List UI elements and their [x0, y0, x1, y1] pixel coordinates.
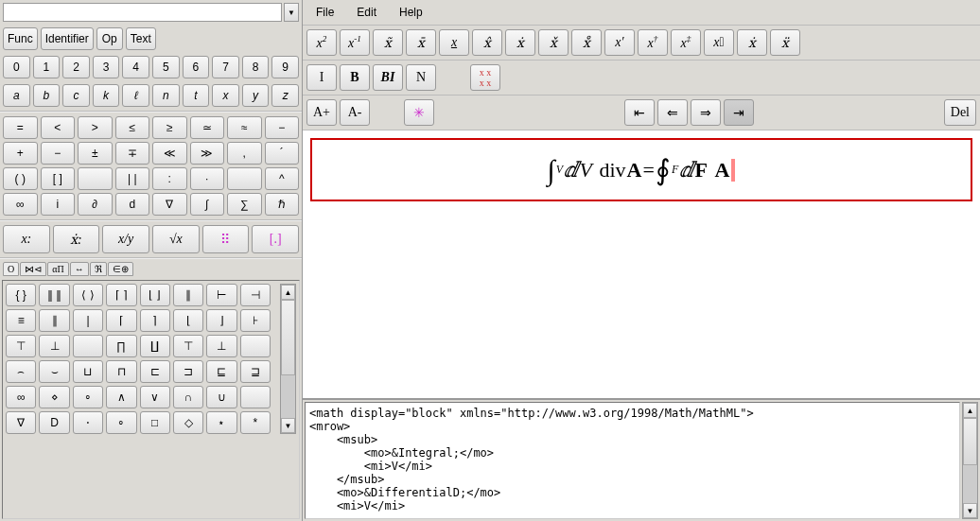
letter-l[interactable]: ℓ: [122, 84, 149, 107]
tab-func[interactable]: Func: [3, 27, 38, 50]
nav-last-icon[interactable]: ⇥: [724, 99, 754, 126]
sym-ceil[interactable]: ⌈ ⌉: [106, 284, 136, 306]
op-lt[interactable]: <: [41, 116, 76, 139]
op-hbar[interactable]: ℏ: [265, 193, 300, 216]
symtab-5[interactable]: ∈⊕: [108, 262, 133, 276]
sym-angle[interactable]: ⟨ ⟩: [73, 284, 103, 306]
op-partial[interactable]: ∂: [78, 193, 113, 216]
op-eq[interactable]: =: [3, 116, 38, 139]
scroll-thumb[interactable]: [281, 300, 295, 375]
sp-xdotcolon[interactable]: ẋ:: [53, 225, 100, 253]
sym4-0[interactable]: ⌢: [6, 360, 36, 383]
source-text[interactable]: <math display="block" xmlns="http://www.…: [305, 402, 960, 519]
scroll-down-icon[interactable]: ▼: [281, 418, 295, 433]
decor-xring[interactable]: x̊: [571, 29, 602, 56]
symtab-o[interactable]: O: [3, 262, 19, 276]
op-prime[interactable]: ´: [265, 142, 300, 165]
op-mp[interactable]: ∓: [115, 142, 150, 165]
sym5-3[interactable]: ∧: [106, 386, 136, 408]
sp-xcolon[interactable]: x:: [3, 225, 50, 253]
sym6-5[interactable]: ◇: [173, 411, 203, 434]
digit-9[interactable]: 9: [271, 56, 299, 78]
sym4-1[interactable]: ⌣: [39, 360, 69, 383]
source-scroll-thumb[interactable]: [963, 418, 977, 465]
sp-brsq[interactable]: [.]: [252, 225, 299, 253]
sym5-0[interactable]: ∞: [6, 386, 36, 408]
crosshair-icon[interactable]: ✳: [404, 99, 434, 126]
digit-4[interactable]: 4: [122, 56, 149, 78]
sp-matrix[interactable]: ⠿: [202, 225, 250, 253]
style-italic[interactable]: I: [306, 64, 337, 91]
sym3-3[interactable]: ∏: [106, 335, 136, 357]
op-paren[interactable]: ( ): [3, 167, 38, 190]
sym5-6[interactable]: ∪: [206, 386, 236, 408]
sym3-7[interactable]: [240, 335, 271, 357]
op-bracket[interactable]: [ ]: [41, 167, 76, 190]
source-scroll-down-icon[interactable]: ▼: [963, 503, 977, 518]
font-smaller[interactable]: A-: [340, 99, 370, 126]
op-int[interactable]: ∫: [190, 193, 225, 216]
sym6-4[interactable]: □: [140, 411, 170, 434]
sym-dashv[interactable]: ⊣: [240, 284, 271, 306]
sym5-1[interactable]: ⋄: [39, 386, 69, 408]
tab-identifier[interactable]: Identifier: [41, 27, 94, 50]
sym-braces[interactable]: { }: [6, 284, 36, 306]
source-scroll-up-icon[interactable]: ▲: [963, 403, 977, 418]
op-comma[interactable]: ,: [227, 142, 262, 165]
letter-z[interactable]: z: [271, 84, 299, 107]
decor-xddot[interactable]: ẍ: [770, 29, 800, 56]
sym6-7[interactable]: *: [240, 411, 271, 434]
sym2-7[interactable]: ⊦: [240, 309, 271, 332]
decor-xinv[interactable]: x-1: [340, 29, 370, 56]
op-empty1[interactable]: [78, 167, 113, 190]
sym5-7[interactable]: [240, 386, 271, 408]
sym5-4[interactable]: ∨: [140, 386, 170, 408]
equation-editor[interactable]: ∫V ⅆV divA = ∮F ⅆF A: [303, 130, 980, 398]
digit-3[interactable]: 3: [93, 56, 120, 78]
nav-prev-icon[interactable]: ⇐: [657, 99, 688, 126]
sym2-6[interactable]: ⌋: [206, 309, 236, 332]
op-abs[interactable]: | |: [115, 167, 150, 190]
sym2-2[interactable]: |: [73, 309, 103, 332]
style-bold[interactable]: B: [340, 64, 370, 91]
sp-sqrt[interactable]: √x: [152, 225, 200, 253]
op-minus2[interactable]: −: [41, 142, 76, 165]
sym-floor[interactable]: ⌊ ⌋: [140, 284, 170, 306]
decor-xdagger[interactable]: x†: [638, 29, 668, 56]
sym4-7[interactable]: ⊒: [240, 360, 271, 383]
sym6-6[interactable]: ⋆: [206, 411, 236, 434]
op-infty[interactable]: ∞: [3, 193, 38, 216]
menu-help[interactable]: Help: [394, 4, 429, 21]
sym3-6[interactable]: ⊥: [206, 335, 236, 357]
letter-t[interactable]: t: [183, 84, 210, 107]
source-scrollbar[interactable]: ▲ ▼: [962, 402, 978, 519]
digit-8[interactable]: 8: [242, 56, 270, 78]
decor-xdot2[interactable]: ẋ: [737, 29, 767, 56]
sym2-0[interactable]: ≡: [6, 309, 36, 332]
op-ll[interactable]: ≪: [152, 142, 187, 165]
sym5-2[interactable]: ∘: [73, 386, 103, 408]
sym4-3[interactable]: ⊓: [106, 360, 136, 383]
style-normal[interactable]: N: [406, 64, 436, 91]
decor-xsq[interactable]: x2: [306, 29, 337, 56]
sym2-5[interactable]: ⌊: [173, 309, 203, 332]
letter-a[interactable]: a: [3, 84, 30, 107]
op-le[interactable]: ≤: [115, 116, 150, 139]
menu-file[interactable]: File: [310, 4, 340, 21]
sym6-0[interactable]: ∇: [6, 411, 36, 434]
op-caret[interactable]: ^: [265, 167, 300, 190]
sym2-3[interactable]: ⌈: [106, 309, 136, 332]
letter-k[interactable]: k: [93, 84, 120, 107]
decor-xcheck[interactable]: x̌: [538, 29, 569, 56]
digit-7[interactable]: 7: [212, 56, 239, 78]
op-dot[interactable]: ·: [190, 167, 225, 190]
op-d[interactable]: d: [115, 193, 150, 216]
letter-c[interactable]: c: [62, 84, 90, 107]
decor-xddagger[interactable]: x‡: [671, 29, 701, 56]
letter-n[interactable]: n: [152, 84, 180, 107]
sym4-2[interactable]: ⊔: [73, 360, 103, 383]
op-colon[interactable]: :: [152, 167, 187, 190]
sym4-5[interactable]: ⊐: [173, 360, 203, 383]
op-ge[interactable]: ≥: [152, 116, 187, 139]
op-sum[interactable]: ∑: [227, 193, 262, 216]
